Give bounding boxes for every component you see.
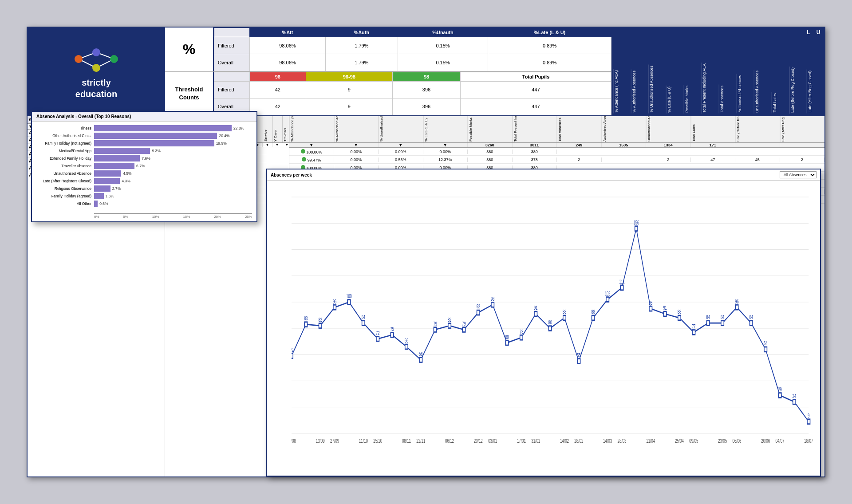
- svg-rect-40: [376, 336, 379, 341]
- rh-total-abs2: Total Absences: [557, 116, 602, 142]
- svg-text:27/09: 27/09: [330, 437, 339, 444]
- svg-text:96: 96: [333, 299, 336, 304]
- absence-bar: [94, 178, 120, 184]
- svg-rect-72: [606, 297, 609, 302]
- svg-rect-78: [649, 306, 652, 311]
- right-headers: % Attendance (inc AEA) % Authorised Abse…: [289, 116, 824, 143]
- threshold-table-wrap: 96 96-98 98 Total Pupils Filtered 42: [214, 72, 611, 116]
- absence-bar-row: Extended Family Holiday7.6%: [94, 155, 252, 161]
- rh-late: % Late (L & U): [666, 86, 684, 114]
- svg-text:84: 84: [749, 314, 753, 320]
- svg-text:83: 83: [304, 315, 308, 321]
- svg-text:88: 88: [592, 309, 595, 315]
- rh-total-lates2: Total Lates: [691, 116, 736, 142]
- svg-text:09/05: 09/05: [689, 437, 698, 444]
- svg-text:11/04: 11/04: [646, 437, 655, 444]
- svg-rect-38: [362, 321, 365, 326]
- svg-text:88: 88: [678, 309, 681, 315]
- svg-text:73: 73: [520, 329, 523, 335]
- svg-rect-96: [778, 393, 781, 398]
- svg-text:08/11: 08/11: [402, 437, 411, 444]
- rh-auth-abs: % Authorised Absences: [631, 70, 649, 114]
- absence-bar-row: All Other0.6%: [94, 201, 252, 207]
- th-filtered-98: 396: [393, 81, 461, 98]
- svg-rect-28: [292, 354, 293, 358]
- table-row: 99.47% 0.00% 0.53% 12.37% 380 378 2 2 47…: [289, 156, 824, 164]
- svg-text:79: 79: [462, 321, 465, 327]
- svg-text:84: 84: [706, 314, 710, 320]
- rh-total-lates: Total Lates: [772, 92, 789, 114]
- absence-bar-row: Family Holiday (not agreed)19.9%: [94, 140, 252, 146]
- svg-text:82: 82: [448, 317, 451, 323]
- svg-text:66: 66: [405, 338, 408, 344]
- pct-overall-late: 0.89%: [488, 54, 611, 71]
- rh-unauth2: % Unauthorised Absences: [379, 116, 423, 142]
- pct-filtered-unauth: 0.15%: [398, 37, 488, 54]
- svg-text:18/07: 18/07: [804, 437, 813, 444]
- svg-text:13/09: 13/09: [316, 437, 325, 444]
- svg-text:06/12: 06/12: [445, 437, 454, 444]
- rh-possible: Possible Marks: [684, 85, 702, 114]
- th-overall-98: 396: [393, 98, 461, 115]
- svg-text:100: 100: [346, 293, 352, 299]
- svg-rect-80: [663, 311, 666, 316]
- rh-possible2: Possible Marks: [468, 116, 513, 142]
- pct-overall-att: 98.06%: [250, 54, 326, 71]
- rh-unauth-abs2: Unauthorised Absences: [754, 70, 772, 114]
- pct-filtered-label: Filtered: [214, 37, 250, 54]
- svg-text:80: 80: [548, 319, 552, 325]
- week-chart-area: 0204060801001201401601805983829610084727…: [267, 181, 820, 475]
- col-pct-late: %Late (L & U): [488, 28, 611, 37]
- pct-overall-label: Overall: [214, 54, 250, 71]
- absence-analysis-panel: Absence Analysis - Overall (Top 10 Reaso…: [31, 111, 257, 222]
- svg-text:23/05: 23/05: [718, 437, 727, 444]
- percent-row: % %Att %Auth %Unauth %Late (L & U): [165, 28, 611, 72]
- rh-pct-att: % Attendance (inc AEA): [613, 69, 631, 114]
- svg-text:96: 96: [735, 299, 738, 304]
- logo-svg: [70, 43, 123, 75]
- svg-text:79: 79: [434, 321, 437, 327]
- week-filter-select[interactable]: All Absences: [780, 171, 816, 178]
- svg-point-7: [92, 64, 100, 72]
- threshold-row: ThresholdCounts 96 96-98 98 Total Pupils: [165, 72, 611, 116]
- svg-text:03/01: 03/01: [488, 437, 497, 444]
- th-overall-9698: 9: [306, 98, 392, 115]
- svg-rect-64: [548, 326, 551, 331]
- svg-text:92: 92: [477, 304, 480, 310]
- svg-rect-60: [520, 335, 523, 340]
- absence-bar: [94, 185, 110, 192]
- svg-rect-88: [721, 321, 724, 326]
- pct-filtered-late: 0.89%: [488, 37, 611, 54]
- svg-rect-84: [692, 330, 695, 335]
- mid-h-ycarer: Y Carer: [272, 116, 282, 142]
- absence-bar: [94, 201, 98, 207]
- absence-bar: [94, 163, 134, 169]
- svg-text:59: 59: [292, 347, 293, 353]
- svg-rect-44: [405, 344, 408, 349]
- rh-late-after: Late (After Reg Closed): [807, 70, 824, 114]
- absence-bar: [94, 125, 232, 131]
- absence-bar-row: Late (After Registers Closed)4.3%: [94, 178, 252, 184]
- pct-overall-auth: 1.79%: [325, 54, 398, 71]
- rh-present2: Total Present Including AEA: [513, 116, 557, 142]
- svg-rect-48: [434, 327, 436, 332]
- svg-rect-98: [793, 399, 796, 404]
- logo-title: strictly education: [75, 77, 117, 100]
- logo-panel: strictly education: [28, 28, 165, 115]
- rh-total-present: Total Present Including AEA: [701, 63, 719, 114]
- pct-overall-unauth: 0.15%: [398, 54, 488, 71]
- th-col-total: Total Pupils: [461, 72, 611, 81]
- absence-bar-row: Traveller Absence6.7%: [94, 163, 252, 169]
- th-filtered-9698: 9: [306, 81, 392, 98]
- svg-rect-92: [750, 321, 753, 326]
- svg-point-6: [110, 55, 118, 63]
- week-panel-title: Absences per week: [271, 173, 312, 177]
- pct-filtered-att: 98.06%: [250, 37, 326, 54]
- svg-text:156: 156: [634, 220, 639, 225]
- svg-text:91: 91: [663, 305, 667, 311]
- svg-text:11/10: 11/10: [359, 437, 368, 444]
- svg-rect-86: [707, 321, 710, 326]
- pct-filtered-auth: 1.79%: [325, 37, 398, 54]
- svg-text:111: 111: [619, 279, 625, 284]
- pct-filtered-row: Filtered 98.06% 1.79% 0.15% 0.89%: [214, 37, 611, 54]
